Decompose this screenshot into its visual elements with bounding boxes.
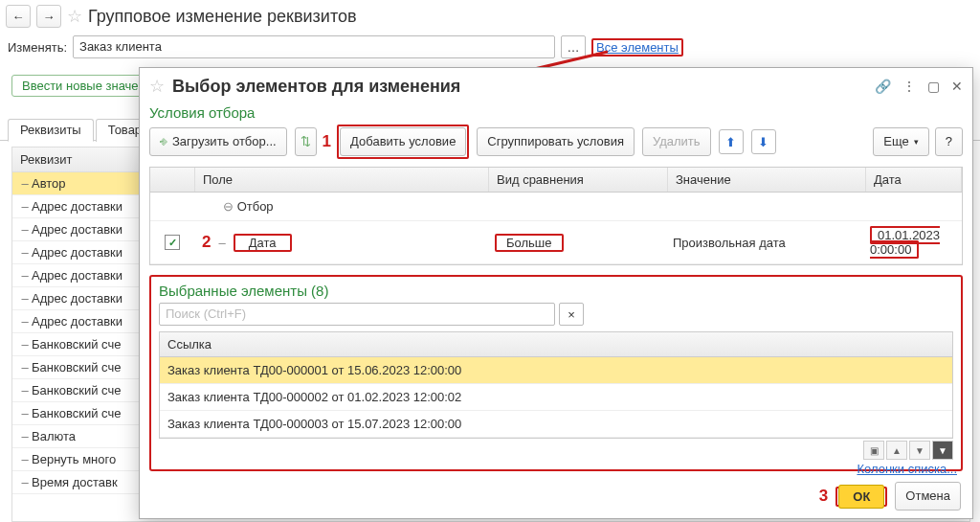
requisite-label: Банковский сче	[32, 360, 121, 374]
nav-fwd-button[interactable]: →	[36, 5, 61, 28]
kebab-icon[interactable]: ⋮	[902, 79, 916, 94]
condition-row[interactable]: ✓ 2 – Дата Больше Произвольная дата 01.0…	[150, 221, 962, 264]
add-condition-button[interactable]: Добавить условие	[340, 127, 466, 156]
requisite-label: Адрес доставки	[32, 222, 122, 237]
dialog-title: Выбор элементов для изменения	[172, 77, 460, 97]
filter-root-label: Отбор	[237, 199, 274, 214]
requisite-label: Банковский сче	[32, 337, 121, 352]
requisite-label: Банковский сче	[32, 406, 121, 420]
annotation-3: 3	[819, 487, 828, 506]
ok-button[interactable]: ОК	[838, 485, 884, 509]
change-type-picker[interactable]: …	[561, 35, 586, 58]
close-icon[interactable]: ✕	[951, 79, 963, 94]
requisite-label: Вернуть много	[32, 452, 116, 466]
help-button[interactable]: ?	[935, 127, 963, 156]
columns-link[interactable]: Колонки списка...	[857, 462, 957, 476]
all-elements-link[interactable]: Все элементы	[596, 40, 679, 55]
load-filter-button[interactable]: ⎆Загрузить отбор...	[149, 127, 287, 156]
list-nav-first[interactable]: ▣	[863, 441, 884, 460]
requisite-label: Банковский сче	[32, 383, 121, 397]
list-nav-down[interactable]: ▼	[909, 441, 930, 460]
cond-field-value: Дата	[249, 236, 277, 250]
move-down-button[interactable]: ⬇	[751, 129, 776, 154]
delete-condition-button[interactable]: Удалить	[642, 127, 711, 156]
col-val: Значение	[668, 168, 866, 192]
requisite-label: Адрес доставки	[32, 245, 122, 260]
more-button[interactable]: Еще ▾	[873, 127, 928, 156]
selected-element-row[interactable]: Заказ клиента ТД00-000003 от 15.07.2023 …	[160, 411, 952, 438]
tab-requisites[interactable]: Реквизиты	[8, 119, 94, 142]
requisite-label: Адрес доставки	[32, 199, 122, 214]
group-conditions-button[interactable]: Сгруппировать условия	[477, 127, 635, 156]
cond-cmp-value: Больше	[506, 236, 552, 250]
selection-dialog: ☆ Выбор элементов для изменения 🔗 ⋮ ▢ ✕ …	[139, 67, 973, 519]
requisite-label: Адрес доставки	[32, 268, 122, 283]
requisite-label: Адрес доставки	[32, 314, 122, 329]
list-nav-last[interactable]: ▼	[932, 441, 953, 460]
enter-new-values-button[interactable]: Ввести новые значе	[11, 75, 149, 97]
nav-back-button[interactable]: ←	[6, 5, 31, 28]
requisite-label: Время доставк	[32, 475, 118, 489]
conditions-table: Поле Вид сравнения Значение Дата ⊖ Отбор…	[149, 167, 963, 265]
annotation-1: 1	[323, 132, 331, 151]
requisite-label: Автор	[32, 176, 66, 191]
selected-elements-section: Выбранные элементы (8) Поиск (Ctrl+F) × …	[149, 275, 963, 471]
clear-search-button[interactable]: ×	[559, 303, 584, 326]
selected-title: Выбранные элементы (8)	[159, 283, 953, 299]
search-input[interactable]: Поиск (Ctrl+F)	[159, 303, 555, 326]
tree-toggle-button[interactable]: ⇅	[295, 127, 317, 156]
dialog-favorite-icon[interactable]: ☆	[149, 76, 165, 97]
favorite-icon[interactable]: ☆	[67, 6, 82, 27]
cancel-button[interactable]: Отмена	[895, 482, 961, 511]
cond-val-value: Произвольная дата	[673, 236, 786, 250]
conditions-section-title: Условия отбора	[140, 104, 972, 121]
annotation-2: 2	[202, 233, 211, 252]
col-cmp: Вид сравнения	[489, 168, 668, 192]
list-nav-up[interactable]: ▲	[886, 441, 907, 460]
change-label: Изменять:	[8, 40, 67, 55]
col-date: Дата	[866, 168, 962, 192]
maximize-icon[interactable]: ▢	[927, 79, 940, 94]
cond-date-value: 01.01.2023 0:00:00	[870, 228, 940, 257]
change-type-field[interactable]: Заказ клиента	[73, 35, 555, 58]
selected-element-row[interactable]: Заказ клиента ТД00-000001 от 15.06.2023 …	[160, 357, 952, 384]
link-icon[interactable]: 🔗	[875, 79, 891, 94]
page-title: Групповое изменение реквизитов	[88, 7, 357, 27]
move-up-button[interactable]: ⬆	[719, 129, 744, 154]
requisite-label: Валюта	[32, 429, 76, 443]
selected-element-row[interactable]: Заказ клиента ТД00-000002 от 01.02.2023 …	[160, 384, 952, 411]
link-column-header: Ссылка	[160, 332, 952, 357]
condition-checkbox[interactable]: ✓	[165, 235, 180, 250]
col-field: Поле	[195, 168, 489, 192]
requisite-label: Адрес доставки	[32, 291, 122, 306]
